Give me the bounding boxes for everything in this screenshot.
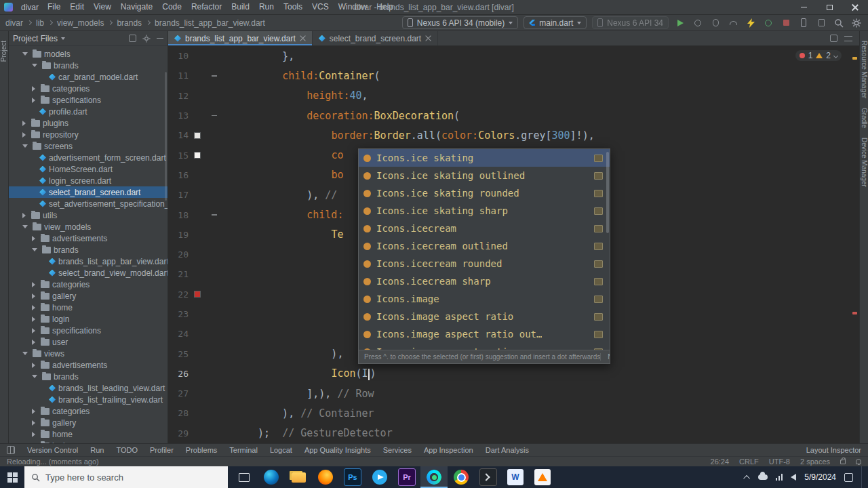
color-preview-swatch[interactable] [194, 152, 201, 159]
device-manager-button[interactable] [797, 17, 810, 29]
telegram-icon[interactable] [366, 466, 393, 488]
inspections-widget[interactable]: 1 2 [795, 50, 842, 61]
completion-item[interactable]: Icons.icecream_sharp [359, 272, 610, 290]
project-menu[interactable]: divar [17, 3, 43, 12]
color-preview-swatch[interactable] [194, 291, 201, 298]
close-tab-icon[interactable] [300, 35, 306, 41]
next-tip-link[interactable]: Next Tip [600, 353, 610, 361]
tool-window-app-inspection[interactable]: App Inspection [424, 446, 473, 454]
project-view-selector[interactable]: Project Files [13, 34, 58, 43]
menu-build[interactable]: Build [226, 0, 254, 14]
completion-item[interactable]: Icons.icecream [359, 220, 610, 237]
close-tab-icon[interactable] [425, 35, 431, 41]
tool-window-layout-inspector[interactable]: Layout Inspector [806, 446, 861, 454]
menu-tools[interactable]: Tools [279, 0, 307, 14]
volume-icon[interactable] [791, 474, 796, 481]
notifications-icon[interactable] [856, 459, 861, 464]
target-device-selector[interactable]: Nexus 6 API 34 [592, 16, 669, 29]
tree-item[interactable]: car_brand_model.dart [9, 71, 167, 83]
tree-item[interactable]: brands [9, 60, 167, 71]
device-selector[interactable]: Nexus 6 API 34 (mobile) [402, 16, 518, 29]
breadcrumb-item[interactable]: brands_list_app_bar_view.dart [155, 18, 265, 28]
logcat-button[interactable] [815, 17, 827, 29]
chrome-icon[interactable] [448, 466, 475, 488]
tree-item[interactable]: login_screen.dart [9, 175, 167, 186]
menu-navigate[interactable]: Navigate [116, 0, 157, 14]
gear-icon[interactable] [142, 35, 151, 43]
tool-window-dart-analysis[interactable]: Dart Analysis [486, 446, 529, 454]
split-editor-icon[interactable] [830, 35, 837, 42]
project-scrollbar[interactable] [165, 72, 167, 201]
tab-brands-list-app-bar-view[interactable]: brands_list_app_bar_view.dart [168, 31, 313, 45]
tool-window-terminal[interactable]: Terminal [229, 446, 258, 454]
apply-changes-button[interactable] [692, 17, 704, 29]
close-button[interactable] [842, 0, 868, 14]
menu-view[interactable]: View [89, 0, 116, 14]
vlc-icon[interactable] [529, 466, 556, 488]
run-configuration-selector[interactable]: main.dart [524, 16, 587, 29]
editor-options-icon[interactable] [844, 36, 852, 41]
tree-item[interactable]: user [9, 336, 167, 348]
tree-item[interactable]: utils [9, 209, 167, 221]
tool-window-problems[interactable]: Problems [186, 446, 217, 454]
code-line[interactable]: 27 ],), // Row [168, 384, 859, 403]
tree-item[interactable]: categories [9, 405, 167, 417]
tree-item[interactable]: set_advertisement_specification_s [9, 198, 167, 209]
completion-item[interactable]: Icons.icecream_outlined [359, 237, 610, 255]
code-line[interactable]: 14 border:Border.all(color:Colors.grey[3… [168, 125, 859, 145]
code-line[interactable]: 29); // GestureDetector [168, 424, 859, 443]
tree-item[interactable]: gallery [9, 290, 167, 302]
code-editor[interactable]: 10 },11 child:Container(12 height:40,13 … [168, 46, 859, 443]
completion-item[interactable]: Icons.icecream_rounded [359, 255, 610, 272]
task-view-icon[interactable] [231, 466, 258, 488]
indent-indicator[interactable]: 2 spaces [800, 458, 830, 466]
tool-window-logcat[interactable]: Logcat [270, 446, 292, 454]
breadcrumb-item[interactable]: lib [36, 18, 44, 28]
tree-item[interactable]: home [9, 428, 167, 440]
tree-item[interactable]: brands [9, 244, 167, 256]
code-line[interactable]: 26 Icon(I) [168, 364, 859, 384]
show-desktop-button[interactable] [861, 466, 864, 488]
tree-item[interactable]: screens [9, 140, 167, 152]
tree-item[interactable]: specifications [9, 325, 167, 336]
tree-item[interactable]: advertisements [9, 359, 167, 371]
debug-button[interactable] [709, 17, 722, 29]
start-button[interactable] [0, 466, 24, 488]
tree-item[interactable]: advertisement_form_screen.dart [9, 152, 167, 163]
tree-item[interactable]: categories [9, 83, 167, 94]
action-center-icon[interactable] [844, 473, 853, 482]
hot-restart-button[interactable] [762, 17, 774, 29]
android-studio-icon[interactable] [420, 466, 448, 488]
menu-code[interactable]: Code [157, 0, 186, 14]
tool-window-profiler[interactable]: Profiler [150, 446, 174, 454]
breadcrumb-item[interactable]: view_models [57, 18, 104, 28]
color-preview-swatch[interactable] [194, 132, 201, 139]
code-line[interactable]: 12 height:40, [168, 86, 859, 106]
word-icon[interactable]: W [502, 466, 529, 488]
hot-reload-button[interactable] [745, 17, 757, 29]
tree-item[interactable]: HomeScreen.dart [9, 163, 167, 175]
run-button[interactable] [674, 17, 686, 29]
completion-item[interactable]: Icons.image_aspect_ratio_out… [359, 325, 610, 343]
completion-item[interactable]: Icons.ice_skating [359, 149, 610, 167]
stripe-label-gradle[interactable]: Gradle [860, 108, 868, 128]
edge-icon[interactable] [258, 466, 285, 488]
network-icon[interactable] [776, 474, 783, 481]
stripe-label-device-manager[interactable]: Device Manager [860, 138, 868, 187]
breadcrumb-item[interactable]: brands [117, 18, 142, 28]
photoshop-icon[interactable]: Ps [339, 466, 366, 488]
maximize-button[interactable] [816, 0, 842, 14]
encoding-indicator[interactable]: UTF-8 [769, 458, 790, 466]
taskbar-search[interactable]: Type here to search [24, 466, 228, 488]
profiler-button[interactable] [727, 17, 739, 29]
search-everywhere-button[interactable] [833, 17, 845, 29]
tray-date[interactable]: 5/9/2024 [804, 472, 836, 482]
tree-item[interactable]: plugins [9, 117, 167, 129]
stripe-label-resource-manager[interactable]: Resource Manager [860, 41, 868, 98]
file-explorer-icon[interactable] [285, 466, 312, 488]
tree-item[interactable]: brands_list_leading_view.dart [9, 382, 167, 394]
fold-icon[interactable] [212, 214, 217, 216]
tree-item[interactable]: select_brand_view_model.dart [9, 267, 167, 279]
firefox-icon[interactable] [312, 466, 339, 488]
lock-icon[interactable] [840, 460, 846, 464]
